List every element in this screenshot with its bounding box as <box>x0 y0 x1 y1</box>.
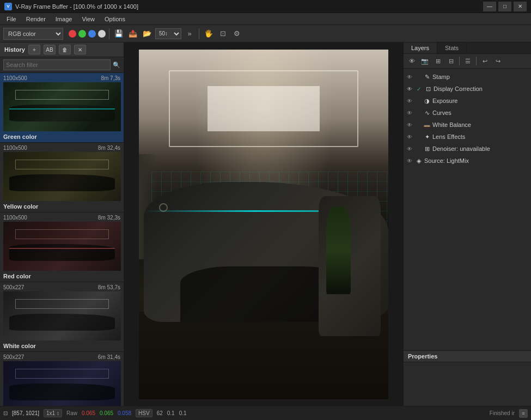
layer-vis-lightmix[interactable]: 👁 <box>406 157 413 165</box>
layer-item-stamp[interactable]: 👁 ✎ Stamp <box>404 71 531 83</box>
hist-size-white: 500x227 <box>3 284 24 290</box>
layer-tool-redo[interactable]: ↪ <box>492 56 504 66</box>
layer-tool-layer[interactable]: ⊞ <box>432 56 444 66</box>
hist-item-header-blue: 500x227 6m 31,4s <box>0 352 124 361</box>
layer-icon-lens-effects: ✦ <box>423 133 431 141</box>
menu-render[interactable]: Render <box>22 15 50 23</box>
status-zoom[interactable]: 1x1 ↕ <box>44 409 62 417</box>
layer-tool-camera[interactable]: 📷 <box>419 56 431 66</box>
maximize-button[interactable]: □ <box>498 2 511 11</box>
alpha-channel-dot[interactable] <box>98 30 106 38</box>
layer-vis-lens-effects[interactable]: 👁 <box>406 133 413 141</box>
tab-stats[interactable]: Stats <box>437 42 467 53</box>
more-button[interactable]: » <box>184 28 196 40</box>
layer-item-lens-effects[interactable]: 👁 ✦ Lens Effects <box>404 131 531 143</box>
main-layout: History + AB 🗑 ✕ 🔍 1100x500 8m 7,3s <box>0 42 531 406</box>
layer-vis-display-correction[interactable]: 👁 <box>406 85 413 93</box>
properties-header: Properties <box>404 350 531 362</box>
layer-tool-eye[interactable]: 👁 <box>406 56 418 66</box>
history-item-white[interactable]: 500x227 8m 53,7s White color <box>0 282 124 352</box>
layer-tool-merge[interactable]: ⊟ <box>445 56 457 66</box>
right-panel: Layers Stats 👁 📷 ⊞ ⊟ ☰ ↩ ↪ 👁 ✎ Stamp <box>403 42 531 406</box>
minimize-button[interactable]: — <box>483 2 496 11</box>
history-panel: History + AB 🗑 ✕ 🔍 1100x500 8m 7,3s <box>0 42 124 406</box>
search-input[interactable] <box>3 59 111 70</box>
properties-body <box>404 362 531 406</box>
layer-item-denoiser[interactable]: 👁 ⊞ Denoiser: unavailable <box>404 143 531 155</box>
menu-file[interactable]: File <box>2 15 21 23</box>
hist-size-green: 1100x500 <box>3 75 27 81</box>
layer-tool-list[interactable]: ☰ <box>462 56 474 66</box>
layer-item-lightmix[interactable]: 👁 ◈ Source: LightMix <box>404 155 531 167</box>
history-ab-btn[interactable]: AB <box>44 45 56 54</box>
layer-item-white-balance[interactable]: 👁 ▬ White Balance <box>404 119 531 131</box>
status-mode: HSV <box>136 409 152 417</box>
layer-tree: 👁 ✎ Stamp 👁 ✓ ⊡ Display Correction 👁 ◑ E… <box>404 69 531 350</box>
search-icon: 🔍 <box>113 62 120 69</box>
layer-vis-denoiser[interactable]: 👁 <box>406 145 413 153</box>
status-v3: 0.1 <box>179 410 187 416</box>
title-bar: V V-Ray Frame Buffer - [100.0% of 1000 x… <box>0 0 531 13</box>
layer-tool-undo[interactable]: ↩ <box>479 56 491 66</box>
history-clear-btn[interactable]: ✕ <box>74 45 86 54</box>
history-item-blue[interactable]: 500x227 6m 31,4s Blue color <box>0 352 124 406</box>
save-as-button[interactable]: 📤 <box>127 28 139 40</box>
tab-layers[interactable]: Layers <box>404 42 437 53</box>
hist-size-blue: 500x227 <box>3 354 24 360</box>
history-delete-btn[interactable]: 🗑 <box>59 45 71 54</box>
hist-thumb-blue <box>3 361 121 406</box>
region-button[interactable]: ⊡ <box>217 28 229 40</box>
layer-vis-curves[interactable]: 👁 <box>406 109 413 117</box>
layer-name-stamp: Stamp <box>432 74 529 80</box>
close-button[interactable]: ✕ <box>514 2 527 11</box>
hist-item-header-yellow: 1100x500 8m 32,4s <box>0 143 124 152</box>
blue-channel-dot[interactable] <box>88 30 96 38</box>
history-add-btn[interactable]: + <box>28 45 40 54</box>
settings-button[interactable]: ⚙ <box>231 28 243 40</box>
history-item-yellow[interactable]: 1100x500 8m 32,4s Yellow color <box>0 143 124 212</box>
layer-vis-white-balance[interactable]: 👁 <box>406 121 413 129</box>
layer-icon-exposure: ◑ <box>423 97 431 105</box>
layer-name-denoiser: Denoiser: unavailable <box>432 145 529 152</box>
panel-sep-2 <box>476 57 477 65</box>
status-coord: [857, 1021] <box>12 410 39 416</box>
history-title: History <box>4 46 25 53</box>
layer-name-display-correction: Display Correction <box>434 86 529 92</box>
hist-thumb-white <box>3 291 121 340</box>
layer-icon-white-balance: ▬ <box>423 121 431 129</box>
hist-item-header-green: 1100x500 8m 7,3s <box>0 73 124 82</box>
layer-icon-lightmix: ◈ <box>415 157 423 165</box>
save-button[interactable]: 💾 <box>113 28 125 40</box>
layer-item-display-correction[interactable]: 👁 ✓ ⊡ Display Correction <box>404 83 531 95</box>
load-button[interactable]: 📂 <box>141 28 153 40</box>
separator-1 <box>109 28 109 39</box>
hist-time-yellow: 8m 32,4s <box>98 145 120 151</box>
pan-button[interactable]: 🖐 <box>203 28 215 40</box>
status-raw-label: Raw <box>66 410 77 416</box>
layer-vis-stamp[interactable]: 👁 <box>406 73 413 81</box>
red-channel-dot[interactable] <box>69 30 76 38</box>
window-title: V-Ray Frame Buffer - [100.0% of 1000 x 1… <box>15 3 138 10</box>
color-mode-select[interactable]: RGB color Red Green Blue Luminance Alpha <box>3 28 63 40</box>
layer-item-curves[interactable]: 👁 ∿ Curves <box>404 107 531 119</box>
title-bar-left: V V-Ray Frame Buffer - [100.0% of 1000 x… <box>4 3 138 10</box>
layer-vis-exposure[interactable]: 👁 <box>406 97 413 105</box>
layer-icon-display-correction: ⊡ <box>424 85 432 93</box>
history-item-red[interactable]: 1100x500 8m 32,3s Red color <box>0 212 124 282</box>
layer-icon-stamp: ✎ <box>423 73 431 81</box>
layer-icon-curves: ∿ <box>423 109 431 117</box>
viewport[interactable] <box>124 42 403 406</box>
hist-time-white: 8m 53,7s <box>98 284 120 290</box>
menu-bar: File Render Image View Options <box>0 13 531 25</box>
menu-view[interactable]: View <box>77 15 99 23</box>
history-item-green[interactable]: 1100x500 8m 7,3s Green color <box>0 73 124 143</box>
toolbar: RGB color Red Green Blue Luminance Alpha… <box>0 25 531 42</box>
layer-icon-denoiser: ⊞ <box>423 145 431 153</box>
status-menu-icon[interactable]: ≡ <box>519 409 528 418</box>
hist-size-yellow: 1100x500 <box>3 145 27 151</box>
zoom-select[interactable]: 50↕ 25↕ 100↕ <box>155 28 181 39</box>
menu-options[interactable]: Options <box>100 15 130 23</box>
green-channel-dot[interactable] <box>78 30 86 38</box>
menu-image[interactable]: Image <box>51 15 77 23</box>
layer-item-exposure[interactable]: 👁 ◑ Exposure <box>404 95 531 107</box>
